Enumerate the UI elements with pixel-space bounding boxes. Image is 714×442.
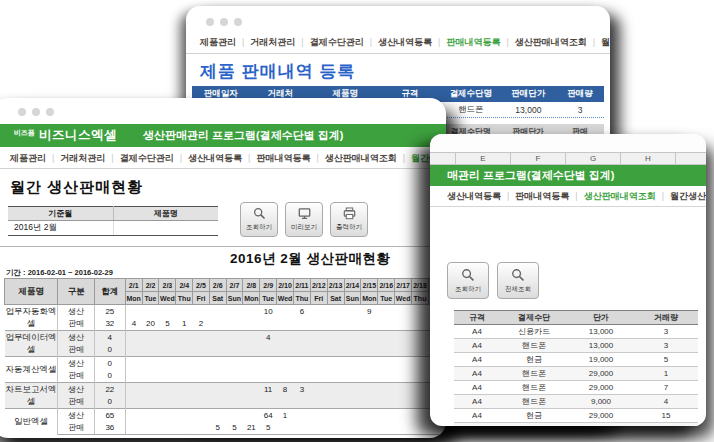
filter-product-field[interactable] [113,221,218,236]
col-header: 규격 [454,311,500,325]
day-value [395,383,412,396]
excel-column-F[interactable]: F [511,153,566,164]
day-value [327,331,344,344]
menu-item[interactable]: 월간생산판매현황 [670,191,706,201]
report-row: 판매0 [5,370,446,383]
search-all-button[interactable]: 전체조회 [497,262,539,299]
menu-item[interactable]: 월간생산판매 [601,37,610,47]
excel-column-H[interactable]: H [621,153,676,164]
menu-item[interactable]: 생산내역등록 [378,37,432,47]
menu-item[interactable]: 제품관리 [10,153,46,163]
day-value [243,318,260,331]
table-cell: A4 [454,395,500,409]
menu-item[interactable]: 판매내역등록 [446,37,500,47]
preview-button[interactable]: 미리보기 [285,202,323,237]
day-value [378,357,395,370]
table-cell: 29,000 [568,409,634,423]
menu-item[interactable]: 거래처관리 [250,37,295,47]
day-value: 10 [260,305,277,318]
day-value [142,331,159,344]
table-row[interactable]: A4핸드폰9,0004 [454,395,698,409]
day-header: Thu [412,292,429,305]
window-dot-icon[interactable] [220,18,228,26]
table-row[interactable]: A4신용카드13,0003 [454,325,698,339]
day-value [412,370,429,383]
table-row[interactable]: A4핸드폰9,0002 [454,423,698,427]
day-value [193,409,210,422]
menu-item[interactable]: 판매내역등록 [256,153,310,163]
filter-table: 기준월 제품명 2016년 2월 [8,206,218,236]
excel-top-strip [430,134,706,152]
day-value [277,305,294,318]
menu-item[interactable]: 생산내역등록 [447,191,501,201]
day-value [293,422,310,435]
search-button[interactable]: 조회하기 [447,262,489,299]
print-button[interactable]: 출력하기 [330,202,368,237]
menu-item[interactable]: 생산내역등록 [188,153,242,163]
day-value [176,383,193,396]
table-cell: 9,000 [568,395,634,409]
day-header: Thu [176,292,193,305]
day-value: 1 [277,409,294,422]
menu-item[interactable]: 생산판매내역조회 [325,153,397,163]
day-value: 5 [260,422,277,435]
day-value [310,331,327,344]
menu-item[interactable]: 결제수단관리 [120,153,174,163]
table-cell: 3 [634,339,698,353]
menu-item[interactable]: 결제수단관리 [310,37,364,47]
window-dot-icon[interactable] [46,108,54,116]
search-icon [461,268,475,283]
window-dot-icon[interactable] [18,108,26,116]
filter-header-month: 기준월 [8,207,113,221]
day-value [125,357,142,370]
day-header: Mon [125,292,142,305]
day-value [125,305,142,318]
menu-separator: | [575,191,577,201]
day-value [378,344,395,357]
date-header: 2/11 [293,279,310,292]
report-row: 업무데이터엑셀생산44 [5,331,446,344]
row-type: 생산 [58,305,94,318]
search-button[interactable]: 조회하기 [240,202,278,237]
window-dot-icon[interactable] [32,108,40,116]
menu-item[interactable]: 생산판매내역조회 [515,37,587,47]
product-group: 일반엑셀생산65641판매3655215 [5,409,446,435]
menu-item[interactable]: 제품관리 [200,37,236,47]
day-header: Sat [327,292,344,305]
inquiry-table: 규격 결제수단 단가 거래량 A4신용카드13,0003A4핸드폰13,0003… [454,310,698,426]
excel-column-E[interactable]: E [456,153,511,164]
date-header: 2/14 [344,279,361,292]
day-value [260,396,277,409]
table-cell: 13,000 [568,325,634,339]
table-row[interactable]: A4핸드폰29,0007 [454,381,698,395]
table-row[interactable]: A4현금19,0005 [454,353,698,367]
menu-separator: | [593,37,595,47]
date-header: 2/9 [260,279,277,292]
table-row[interactable]: A4현금29,00015 [454,409,698,423]
menu-item[interactable]: 생산판매내역조회 [584,191,656,201]
menu-item[interactable]: 판매내역등록 [515,191,569,201]
table-row[interactable]: A4핸드폰13,0003 [454,339,698,353]
excel-column-partial[interactable] [430,153,456,164]
action-buttons: 조회하기 미리보기 출력하기 [240,202,368,237]
window-dot-icon[interactable] [206,18,214,26]
day-value [293,331,310,344]
day-value [361,318,378,331]
window-dot-icon[interactable] [234,18,242,26]
menu-item[interactable]: 거래처관리 [60,153,105,163]
day-value [344,422,361,435]
day-value [327,344,344,357]
filter-month-field[interactable]: 2016년 2월 [8,221,113,236]
table-cell: A4 [454,381,500,395]
day-value [395,344,412,357]
table-cell: 3 [556,105,604,115]
day-value [277,344,294,357]
day-value [310,318,327,331]
table-cell: 1 [634,367,698,381]
table-row[interactable]: A4핸드폰29,0001 [454,367,698,381]
day-value [193,305,210,318]
date-header: 2/7 [226,279,243,292]
excel-column-G[interactable]: G [566,153,621,164]
excel-column-partial[interactable] [676,153,706,164]
day-value [344,344,361,357]
